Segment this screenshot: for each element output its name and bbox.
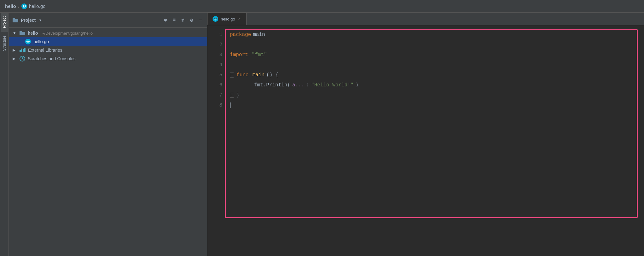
code-line-6: fmt.Println( a... : "Hello World!" ) [230,80,639,90]
svg-point-14 [29,41,29,42]
tree-path-hello: ~/Development/golang/hello [42,31,93,36]
sidebar-toolbar-icons: ⊕ ≡ ≢ ⚙ — [163,16,203,24]
code-line-7: - } [230,90,639,100]
code-token: "Hello World!" [311,80,353,90]
tab-gopher-icon [213,16,218,22]
svg-point-20 [213,16,218,22]
code-token: a... [292,80,304,90]
sidebar: Project ▾ ⊕ ≡ ≢ ⚙ — ▼ hello ~/Develo [9,13,207,256]
line-numbers: 1 2 3 4 5 6 7 8 [207,25,225,256]
tree-item-scratches[interactable]: ▶ Scratches and Consoles [9,54,207,63]
svg-point-13 [27,41,27,42]
tree-label-hello-go: hello.go [33,39,49,44]
fold-marker-5[interactable]: - [230,73,234,77]
svg-point-19 [22,58,23,59]
code-content[interactable]: package main import "fmt" ▶ - f [225,25,644,256]
code-line-2 [230,40,639,50]
code-token: } [237,90,240,100]
code-token: ) [355,80,358,90]
run-arrow-icon[interactable]: ▶ [225,70,226,80]
tree-expand-scratches: ▶ [13,56,17,61]
svg-point-23 [214,18,215,19]
tree-label-external-libraries: External Libraries [28,48,62,53]
svg-point-25 [214,19,216,20]
tree-expand-libraries: ▶ [13,48,17,52]
sidebar-toolbar: Project ▾ ⊕ ≡ ≢ ⚙ — [9,13,207,28]
breadcrumb-bar: hello › hello.go [0,0,644,13]
main-area: Project Structure Project ▾ ⊕ ≡ ≢ ⚙ — [0,13,644,256]
svg-point-3 [23,6,24,6]
svg-point-24 [216,18,217,19]
fold-marker-7[interactable]: - [230,93,234,97]
code-token: "fmt" [252,50,267,60]
vertical-tab-structure[interactable]: Structure [1,32,8,55]
tree-item-hello-folder[interactable]: ▼ hello ~/Development/golang/hello [9,29,207,37]
vertical-tab-project[interactable]: Project [1,13,8,32]
toolbar-add-btn[interactable]: ⊕ [163,16,168,24]
code-token: main [252,70,264,80]
tree-label-scratches: Scratches and Consoles [28,56,76,61]
code-token: main [253,30,265,40]
svg-point-0 [21,3,27,9]
code-token: fmt.Println( [230,80,290,90]
svg-rect-9 [20,31,22,32]
tree-item-hello-go[interactable]: ▶ hello.go [9,37,207,46]
toolbar-settings-btn[interactable]: ⚙ [189,16,195,24]
scratches-icon [20,56,25,61]
code-line-1: package main [230,30,639,40]
code-token: () { [266,70,278,80]
left-strip: Project Structure [0,13,9,256]
code-editor[interactable]: 1 2 3 4 5 6 7 8 package main [207,25,644,256]
svg-point-15 [27,42,29,43]
sidebar-title: Project [21,18,36,23]
svg-point-5 [23,7,25,8]
code-line-4 [230,60,639,70]
folder-icon [13,18,18,23]
svg-rect-7 [13,18,15,20]
toolbar-minimize-btn[interactable]: — [197,17,203,24]
breadcrumb-file[interactable]: hello.go [29,3,46,9]
code-line-5: ▶ - func main () { [230,70,639,80]
cursor [230,102,231,108]
toolbar-collapse-all-btn[interactable]: ≡ [172,17,177,24]
code-token: import [230,50,248,60]
tree-gopher-icon [25,39,31,44]
editor-area: hello.go × 1 2 3 4 5 6 7 8 [207,13,644,256]
libraries-icon [20,48,26,52]
file-tree: ▼ hello ~/Development/golang/hello ▶ [9,28,207,256]
tab-close-btn[interactable]: × [238,17,241,21]
tree-label-hello: hello [28,31,38,36]
tree-expand-hello: ▼ [13,31,17,35]
editor-tabs: hello.go × [207,13,644,25]
code-token: : [306,80,309,90]
breadcrumb-project[interactable]: hello [5,3,16,9]
toolbar-collapse-fold-btn[interactable]: ≢ [180,16,186,24]
tree-folder-icon [20,31,25,36]
svg-point-10 [25,39,31,44]
breadcrumb-separator: › [18,3,20,9]
tree-item-external-libraries[interactable]: ▶ External Libraries [9,46,207,54]
gopher-icon [21,3,27,9]
svg-point-4 [25,6,26,6]
sidebar-dropdown-arrow[interactable]: ▾ [39,18,41,22]
code-line-8 [230,100,639,110]
code-token: package [230,30,251,40]
code-token: func [237,70,248,80]
code-line-3: import "fmt" [230,50,639,60]
tab-filename: hello.go [221,17,235,21]
editor-tab-hello-go[interactable]: hello.go × [207,13,247,25]
